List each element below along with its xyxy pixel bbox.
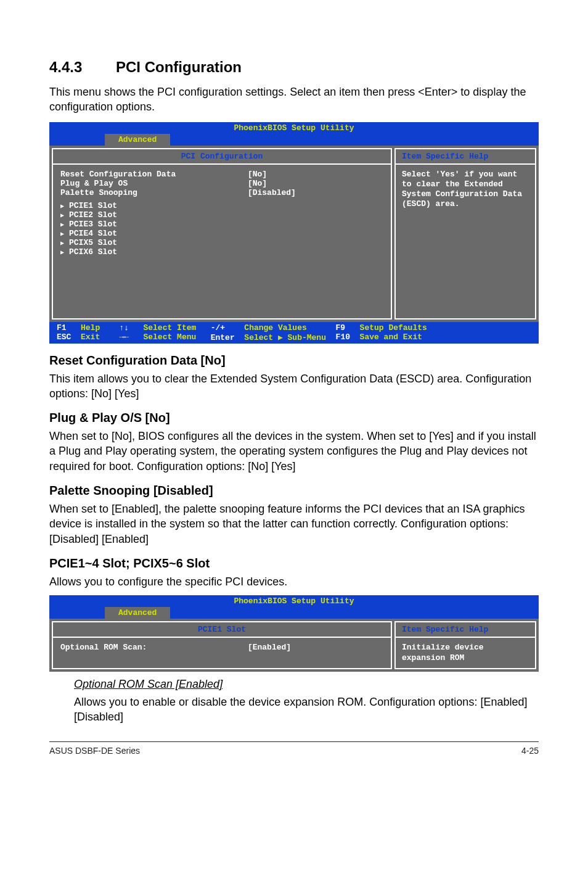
heading-palette: Palette Snooping [Disabled] <box>49 484 539 498</box>
bios-slot[interactable]: PCIX6 Slot <box>60 247 248 257</box>
bios-value-reset: [No] <box>248 170 383 179</box>
bios-slot[interactable]: PCIE4 Slot <box>60 229 248 238</box>
bios-help-pane: Item Specific Help Select 'Yes' if you w… <box>394 148 536 320</box>
bios-slot[interactable]: PCIX5 Slot <box>60 238 248 247</box>
section-number: 4.4.3 <box>49 59 116 76</box>
bios-help-header: Item Specific Help <box>396 622 535 638</box>
bios-item-plug[interactable]: Plug & Play OS <box>60 179 248 188</box>
bios-tabs: Advanced <box>49 607 539 619</box>
act-submenu: Select ▶ Sub-Menu <box>244 332 326 342</box>
bios-slot[interactable]: PCIE3 Slot <box>60 220 248 229</box>
act-defaults: Setup Defaults <box>360 323 427 332</box>
heading-optional-rom: Optional ROM Scan [Enabled] <box>74 678 539 691</box>
heading-plug: Plug & Play O/S [No] <box>49 411 539 425</box>
key-esc: ESC <box>57 332 71 342</box>
act-save: Save and Exit <box>360 332 422 342</box>
section-title: PCI Configuration <box>116 59 242 75</box>
bios-screen-pci-config: PhoenixBIOS Setup Utility Advanced PCI C… <box>49 122 539 344</box>
key-f1: F1 <box>57 323 67 332</box>
bios-tabs: Advanced <box>49 134 539 146</box>
act-help: Help <box>81 323 100 332</box>
bios-help-text: Select 'Yes' if you want to clear the Ex… <box>396 165 535 215</box>
para-optional-rom: Allows you to enable or disable the devi… <box>74 695 539 725</box>
bios-slot[interactable]: PCIE1 Slot <box>60 201 248 210</box>
key-enter: Enter <box>211 333 235 342</box>
key-f9: F9 <box>336 323 346 332</box>
bios-title: PhoenixBIOS Setup Utility <box>49 595 539 607</box>
act-select-menu: Select Menu <box>143 332 196 342</box>
bios-help-header: Item Specific Help <box>396 149 535 165</box>
key-leftright: →← <box>119 332 129 342</box>
para-reset: This item allows you to clear the Extend… <box>49 371 539 402</box>
bios-left-header: PCIE1 Slot <box>53 622 391 638</box>
bios-help-text: Initialize device expansion ROM <box>396 638 535 668</box>
para-plug: When set to [No], BIOS configures all th… <box>49 429 539 474</box>
act-select-item: Select Item <box>143 323 196 332</box>
bios-value-romscan: [Enabled] <box>248 643 383 652</box>
bios-screen-pcie1: PhoenixBIOS Setup Utility Advanced PCIE1… <box>49 595 539 672</box>
bios-left-pane: PCIE1 Slot Optional ROM Scan: [Enabled] <box>52 621 392 669</box>
act-change: Change Values <box>244 323 306 332</box>
bios-value-plug: [No] <box>248 179 383 188</box>
footer-left: ASUS DSBF-DE Series <box>49 746 140 756</box>
key-f10: F10 <box>336 332 350 342</box>
bios-title: PhoenixBIOS Setup Utility <box>49 122 539 134</box>
heading-slot: PCIE1~4 Slot; PCIX5~6 Slot <box>49 556 539 571</box>
bios-slot[interactable]: PCIE2 Slot <box>60 210 248 220</box>
bios-item-reset[interactable]: Reset Configuration Data <box>60 170 248 179</box>
section-intro: This menu shows the PCI configuration se… <box>49 85 539 115</box>
key-plusminus: -/+ <box>211 323 225 332</box>
bios-help-pane: Item Specific Help Initialize device exp… <box>394 621 536 669</box>
bios-item-romscan[interactable]: Optional ROM Scan: <box>60 643 248 652</box>
page-footer: ASUS DSBF-DE Series 4-25 <box>49 741 539 756</box>
bios-item-palette[interactable]: Palette Snooping <box>60 188 248 197</box>
bios-tab-advanced[interactable]: Advanced <box>105 607 170 619</box>
heading-reset: Reset Configuration Data [No] <box>49 353 539 368</box>
act-exit: Exit <box>81 332 100 342</box>
key-updown: ↑↓ <box>119 323 129 332</box>
bios-footer: F1 Help ↑↓ Select Item -/+ Change Values… <box>49 322 539 344</box>
bios-value-palette: [Disabled] <box>248 188 383 197</box>
bios-tab-advanced[interactable]: Advanced <box>105 134 170 146</box>
footer-right: 4-25 <box>521 746 539 756</box>
para-slot: Allows you to configure the specific PCI… <box>49 574 539 589</box>
bios-left-pane: PCI Configuration Reset Configuration Da… <box>52 148 392 320</box>
para-palette: When set to [Enabled], the palette snoop… <box>49 501 539 547</box>
bios-left-header: PCI Configuration <box>53 149 391 165</box>
section-heading: 4.4.3PCI Configuration <box>49 59 539 76</box>
